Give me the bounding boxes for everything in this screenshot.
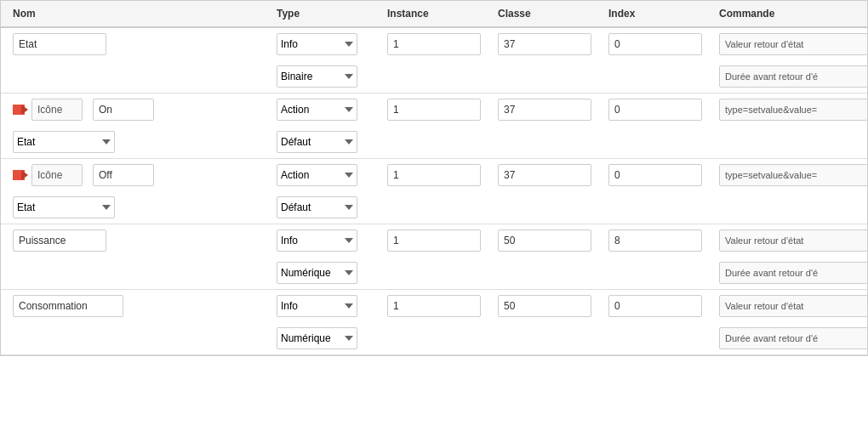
cell-type1-icone-on: Action Info Défaut bbox=[273, 97, 384, 122]
btn-commande1-puissance[interactable]: Valeur retour d'état bbox=[719, 230, 868, 252]
select-type2-icone-on[interactable]: Défaut Binaire Numérique bbox=[277, 131, 357, 153]
cell-commande1-icone-on: type=setvalue&value= bbox=[716, 97, 868, 122]
header-nom: Nom bbox=[9, 8, 273, 20]
cell-empty-cons-4 bbox=[605, 337, 716, 340]
input-index-icone-on[interactable] bbox=[608, 99, 702, 121]
input-classe-icone-off[interactable] bbox=[498, 164, 591, 186]
row-line: Info Action Défaut Valeur retour d'état bbox=[1, 28, 867, 60]
row-line-consommation-2: Numérique Binaire Défaut Durée avant ret… bbox=[1, 322, 867, 354]
cell-empty-ion-5 bbox=[716, 140, 868, 144]
select-type1-icone-off[interactable]: Action Info Défaut bbox=[277, 164, 357, 186]
select-type1-consommation[interactable]: Info Action Défaut bbox=[277, 295, 357, 317]
input-classe-puissance[interactable] bbox=[498, 230, 591, 252]
header-index: Index bbox=[605, 8, 716, 20]
btn-commande1-icone-off[interactable]: type=setvalue&value= bbox=[719, 164, 868, 186]
cell-nom-icone-on: Icône bbox=[9, 97, 273, 122]
input-index-consommation[interactable] bbox=[608, 295, 702, 317]
cell-commande2-puissance: Durée avant retour d'é bbox=[716, 260, 868, 286]
flag-icon-on bbox=[13, 105, 25, 115]
cell-empty-pui-nom bbox=[9, 271, 273, 275]
cell-instance-puissance bbox=[384, 228, 494, 253]
cell-type1-etat: Info Action Défaut bbox=[273, 31, 384, 57]
cell-type1-consommation: Info Action Défaut bbox=[273, 293, 384, 319]
cell-classe-puissance bbox=[494, 228, 605, 253]
input-instance-etat[interactable] bbox=[387, 33, 481, 55]
header-type: Type bbox=[273, 8, 384, 20]
row-line-icone-off-1: Icône Action Info Défaut bbox=[1, 159, 867, 191]
input-icone-on-value[interactable] bbox=[93, 99, 154, 121]
select-type1-puissance[interactable]: Info Action Défaut bbox=[277, 230, 357, 252]
select-type2-puissance[interactable]: Numérique Binaire Défaut bbox=[277, 262, 357, 284]
cell-commande1-consommation: Valeur retour d'état bbox=[716, 293, 868, 319]
header-classe: Classe bbox=[494, 8, 605, 20]
row-line-etat-2: Binaire Numérique Défaut Durée avant ret… bbox=[1, 60, 867, 93]
select-etat-icone-off[interactable]: Etat bbox=[13, 196, 115, 218]
input-index-icone-off[interactable] bbox=[608, 164, 702, 186]
cell-instance-icone-off bbox=[384, 162, 494, 188]
input-instance-consommation[interactable] bbox=[387, 295, 481, 317]
cell-etat-icone-on: Etat bbox=[9, 129, 273, 155]
btn-icone-off[interactable]: Icône bbox=[31, 164, 83, 186]
cell-nom-etat bbox=[9, 31, 273, 57]
cell-index-icone-on bbox=[605, 97, 716, 122]
input-index-puissance[interactable] bbox=[608, 230, 702, 252]
cell-index-puissance bbox=[605, 228, 716, 253]
select-type2-consommation[interactable]: Numérique Binaire Défaut bbox=[277, 327, 357, 349]
cell-empty-cons-2 bbox=[384, 337, 494, 340]
select-type1-icone-on[interactable]: Action Info Défaut bbox=[277, 99, 357, 121]
btn-icone-on[interactable]: Icône bbox=[31, 99, 83, 121]
cell-classe-consommation bbox=[494, 293, 605, 319]
cell-empty-cons-nom bbox=[9, 337, 273, 340]
select-type2-icone-off[interactable]: Défaut Binaire Numérique bbox=[277, 196, 357, 218]
btn-commande1-icone-on[interactable]: type=setvalue&value= bbox=[719, 99, 868, 121]
btn-commande2-puissance[interactable]: Durée avant retour d'é bbox=[719, 262, 868, 284]
input-instance-puissance[interactable] bbox=[387, 230, 481, 252]
cell-nom-icone-off: Icône bbox=[9, 162, 273, 188]
cell-nom-puissance bbox=[9, 228, 273, 253]
input-icone-off-value[interactable] bbox=[93, 164, 154, 186]
cell-empty-ioff-5 bbox=[716, 206, 868, 209]
cell-index-etat bbox=[605, 31, 716, 57]
cell-nom-consommation bbox=[9, 293, 273, 319]
cell-empty-etat2 bbox=[9, 75, 273, 78]
row-line-puissance-1: Info Action Défaut Valeur retour d'état bbox=[1, 224, 867, 257]
main-table: Nom Type Instance Classe Index Commande … bbox=[0, 0, 868, 356]
cell-type2-icone-off: Défaut Binaire Numérique bbox=[273, 195, 384, 220]
cell-commande2-etat: Durée avant retour d'é bbox=[716, 64, 868, 89]
input-classe-icone-on[interactable] bbox=[498, 99, 591, 121]
input-nom-etat[interactable] bbox=[13, 33, 106, 55]
row-group-puissance: Info Action Défaut Valeur retour d'état bbox=[1, 224, 867, 290]
input-classe-etat[interactable] bbox=[498, 33, 591, 55]
select-etat-icone-on[interactable]: Etat bbox=[13, 131, 115, 153]
btn-commande2-etat[interactable]: Durée avant retour d'é bbox=[719, 65, 868, 88]
header-instance: Instance bbox=[384, 8, 494, 20]
cell-type1-icone-off: Action Info Défaut bbox=[273, 162, 384, 188]
btn-commande1-consommation[interactable]: Valeur retour d'état bbox=[719, 295, 868, 317]
input-nom-puissance[interactable] bbox=[13, 230, 106, 252]
table-header: Nom Type Instance Classe Index Commande bbox=[1, 1, 867, 28]
cell-commande1-icone-off: type=setvalue&value= bbox=[716, 162, 868, 188]
input-index-etat[interactable] bbox=[608, 33, 702, 55]
input-nom-consommation[interactable] bbox=[13, 295, 123, 317]
row-group-icone-on: Icône Action Info Défaut bbox=[1, 94, 867, 159]
cell-empty-etat2-cl bbox=[494, 75, 605, 78]
cell-empty-ioff-3 bbox=[494, 206, 605, 209]
select-type1-etat[interactable]: Info Action Défaut bbox=[277, 33, 357, 55]
cell-instance-consommation bbox=[384, 293, 494, 319]
cell-classe-icone-off bbox=[494, 162, 605, 188]
cell-type2-etat: Binaire Numérique Défaut bbox=[273, 64, 384, 89]
row-group-icone-off: Icône Action Info Défaut bbox=[1, 159, 867, 224]
cell-empty-pui-3 bbox=[494, 271, 605, 275]
cell-index-icone-off bbox=[605, 162, 716, 188]
cell-classe-etat bbox=[494, 31, 605, 57]
input-classe-consommation[interactable] bbox=[498, 295, 591, 317]
input-instance-icone-off[interactable] bbox=[387, 164, 481, 186]
cell-empty-ion-2 bbox=[384, 140, 494, 144]
btn-commande2-consommation[interactable]: Durée avant retour d'é bbox=[719, 327, 868, 349]
input-instance-icone-on[interactable] bbox=[387, 99, 481, 121]
select-type2-etat[interactable]: Binaire Numérique Défaut bbox=[277, 65, 357, 88]
row-line-icone-on-2: Etat Défaut Binaire Numérique bbox=[1, 126, 867, 158]
cell-empty-ioff-2 bbox=[384, 206, 494, 209]
btn-commande1-etat[interactable]: Valeur retour d'état bbox=[719, 33, 868, 55]
cell-index-consommation bbox=[605, 293, 716, 319]
